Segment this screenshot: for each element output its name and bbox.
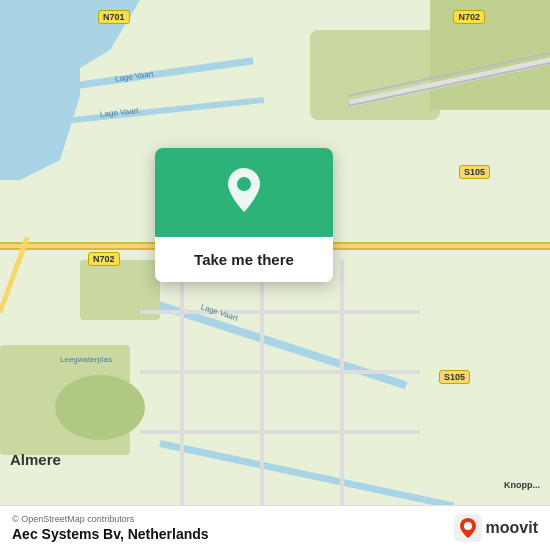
road-grid-h2	[140, 370, 420, 374]
road-badge-s105-top: S105	[459, 165, 490, 179]
canal-label-leeg: Leegwaterplas	[60, 355, 112, 364]
bottom-info: © OpenStreetMap contributors Aec Systems…	[12, 514, 209, 542]
svg-point-0	[237, 177, 251, 191]
road-badge-n702-left: N702	[88, 252, 120, 266]
city-label-almere: Almere	[10, 451, 61, 468]
svg-point-2	[464, 522, 472, 530]
map-attribution: © OpenStreetMap contributors	[12, 514, 209, 524]
road-badge-n702-top: N702	[453, 10, 485, 24]
green-area-pond	[55, 375, 145, 440]
map-container: N701 N702 N702 S105 S105 Lage Vaart Lage…	[0, 0, 550, 550]
moovit-logo: moovit	[454, 514, 538, 542]
popup-header	[155, 148, 333, 237]
moovit-logo-icon	[454, 514, 482, 542]
road-badge-n701: N701	[98, 10, 130, 24]
take-me-there-button[interactable]: Take me there	[155, 237, 333, 282]
road-badge-s105-bottom: S105	[439, 370, 470, 384]
road-grid-h3	[140, 430, 420, 434]
location-title: Aec Systems Bv, Netherlands	[12, 526, 209, 542]
label-knooppunt: Knopp...	[504, 480, 540, 490]
bottom-bar: © OpenStreetMap contributors Aec Systems…	[0, 505, 550, 550]
popup-card: Take me there	[155, 148, 333, 282]
green-area-top-right	[310, 30, 440, 120]
location-pin-icon	[222, 168, 266, 222]
moovit-text: moovit	[486, 519, 538, 537]
road-grid-h1	[140, 310, 420, 314]
